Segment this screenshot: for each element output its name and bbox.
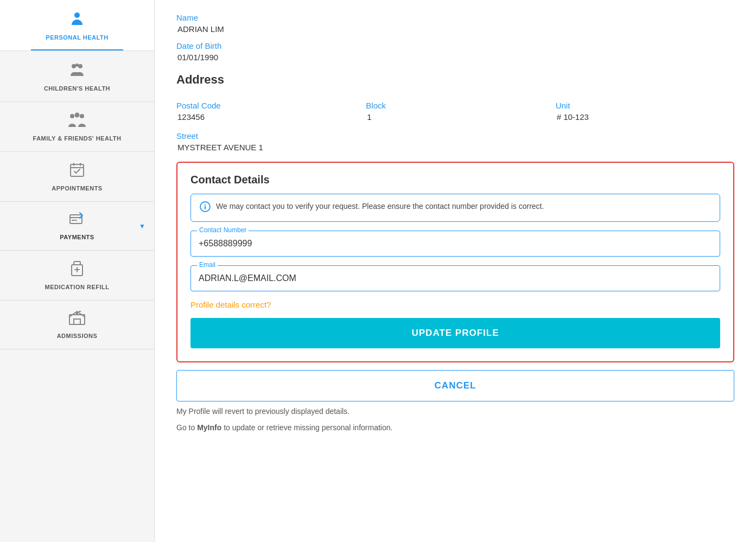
street-label: Street: [176, 131, 734, 141]
sidebar: PERSONAL HEALTH CHILDREN'S HEALTH FAMILY…: [0, 0, 155, 542]
sidebar-item-label-medication-refill: MEDICATION REFILL: [45, 284, 110, 290]
sidebar-item-personal-health[interactable]: PERSONAL HEALTH: [0, 0, 154, 51]
unit-label: Unit: [556, 101, 734, 110]
myinfo-line: Go to MyInfo to update or retrieve missi…: [176, 423, 734, 432]
family-friends-icon: [67, 112, 87, 132]
info-icon: [200, 201, 211, 215]
sidebar-item-childrens-health[interactable]: CHILDREN'S HEALTH: [0, 51, 154, 102]
update-profile-button[interactable]: UPDATE PROFILE: [190, 318, 720, 348]
sidebar-item-label-payments: PAYMENTS: [60, 234, 94, 240]
contact-number-group: Contact Number: [190, 231, 720, 257]
personal-health-icon: [68, 10, 86, 31]
svg-rect-7: [71, 164, 84, 176]
address-section-title: Address: [176, 73, 734, 87]
contact-details-box: Contact Details We may contact you to ve…: [176, 162, 734, 362]
cancel-button[interactable]: CANCEL: [176, 370, 734, 401]
unit-value: # 10-123: [556, 112, 734, 122]
email-label: Email: [197, 261, 218, 269]
main-content: Name ADRIAN LIM Date of Birth 01/01/1990…: [155, 0, 756, 542]
svg-point-14: [205, 205, 206, 206]
sidebar-item-label-family-friends: FAMILY & FRIENDS' HEALTH: [33, 135, 122, 142]
myinfo-link[interactable]: MyInfo: [197, 423, 221, 432]
street-value: MYSTREET AVENUE 1: [176, 143, 734, 152]
svg-rect-8: [70, 215, 82, 224]
appointments-icon: [69, 162, 85, 182]
postal-code-label: Postal Code: [176, 101, 355, 110]
contact-number-input[interactable]: [190, 231, 720, 257]
childrens-health-icon: [68, 61, 86, 82]
svg-point-4: [70, 114, 74, 118]
payments-chevron-icon: ▼: [139, 222, 145, 230]
revert-notice: My Profile will revert to previously dis…: [176, 407, 734, 416]
notice-text: We may contact you to verify your reques…: [216, 201, 544, 212]
medication-refill-icon: [69, 260, 85, 280]
sidebar-item-appointments[interactable]: APPOINTMENTS: [0, 152, 154, 202]
dob-label: Date of Birth: [176, 41, 734, 50]
email-input[interactable]: [190, 265, 720, 291]
sidebar-item-label-personal-health: PERSONAL HEALTH: [46, 34, 108, 41]
sidebar-item-payments[interactable]: PAYMENTS ▼: [0, 202, 154, 251]
svg-point-2: [78, 64, 82, 68]
svg-point-5: [75, 113, 80, 118]
unit-field: Unit # 10-123: [556, 93, 734, 124]
street-field: Street MYSTREET AVENUE 1: [176, 131, 734, 152]
sidebar-item-label-admissions: ADMISSIONS: [57, 333, 98, 339]
svg-point-6: [80, 114, 84, 118]
address-section: Address Postal Code 123456 Block 1 Unit …: [176, 73, 734, 152]
name-field: Name ADRIAN LIM: [176, 13, 734, 34]
dob-value: 01/01/1990: [176, 53, 734, 62]
block-label: Block: [366, 101, 544, 110]
sidebar-item-label-childrens-health: CHILDREN'S HEALTH: [44, 85, 110, 92]
myinfo-line-before: Go to: [176, 423, 197, 432]
profile-correct-link[interactable]: Profile details correct?: [190, 300, 720, 309]
svg-rect-12: [76, 311, 78, 315]
profile-section: Name ADRIAN LIM Date of Birth 01/01/1990…: [176, 0, 734, 432]
email-group: Email: [190, 265, 720, 291]
name-label: Name: [176, 13, 734, 22]
block-value: 1: [366, 112, 544, 122]
sidebar-item-admissions[interactable]: ADMISSIONS: [0, 301, 154, 349]
postal-code-value: 123456: [176, 112, 355, 122]
contact-number-label: Contact Number: [197, 226, 249, 234]
admissions-icon: [68, 310, 86, 329]
sidebar-item-medication-refill[interactable]: MEDICATION REFILL: [0, 251, 154, 301]
dob-field: Date of Birth 01/01/1990: [176, 41, 734, 62]
svg-point-0: [74, 12, 80, 18]
name-value: ADRIAN LIM: [176, 24, 734, 34]
block-field: Block 1: [366, 93, 544, 124]
contact-details-title: Contact Details: [190, 174, 720, 186]
svg-point-3: [75, 63, 79, 67]
postal-code-field: Postal Code 123456: [176, 93, 355, 124]
svg-point-1: [72, 64, 76, 68]
address-grid: Postal Code 123456 Block 1 Unit # 10-123: [176, 93, 734, 124]
myinfo-line-after: to update or retrieve missing personal i…: [221, 423, 392, 432]
info-notice: We may contact you to verify your reques…: [190, 194, 720, 222]
sidebar-item-family-friends-health[interactable]: FAMILY & FRIENDS' HEALTH: [0, 102, 154, 152]
sidebar-item-label-appointments: APPOINTMENTS: [52, 185, 102, 192]
payments-icon: [69, 212, 85, 231]
